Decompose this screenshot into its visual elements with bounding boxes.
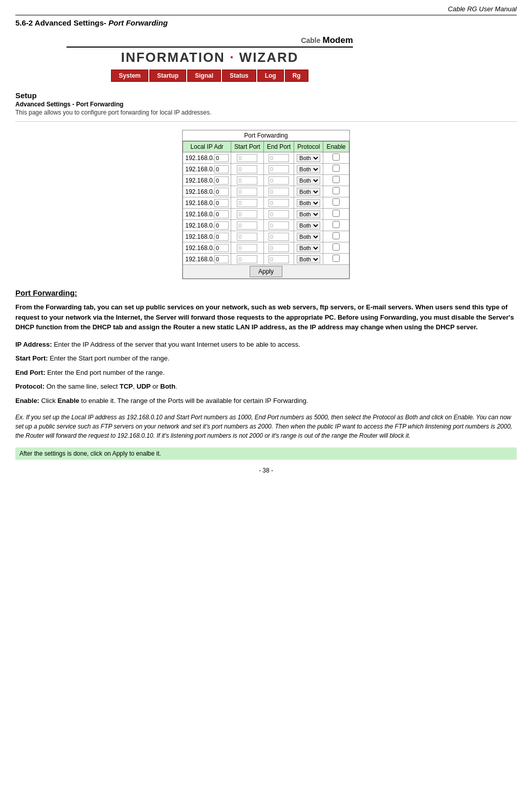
port-forwarding-heading: Port Forwarding: bbox=[15, 288, 517, 297]
ip-input-3[interactable] bbox=[214, 188, 229, 196]
port-forwarding-container: Port Forwarding Local IP Adr Start Port … bbox=[15, 130, 517, 279]
enable-checkbox-2[interactable] bbox=[332, 176, 340, 183]
main-description: From the Forwarding tab, you can set up … bbox=[15, 302, 517, 332]
enable-checkbox-8[interactable] bbox=[332, 243, 340, 251]
ip-input-9[interactable] bbox=[214, 255, 229, 263]
field-enable: Enable: Click Enable to enable it. The r… bbox=[15, 396, 517, 406]
end-port-input-7[interactable] bbox=[269, 233, 289, 241]
end-port-input-3[interactable] bbox=[269, 188, 289, 196]
protocol-select-9[interactable]: BothTCPUDP bbox=[297, 255, 320, 263]
ip-prefix-9: 192.168.0. bbox=[185, 256, 214, 263]
end-port-input-6[interactable] bbox=[269, 221, 289, 230]
enable-cell-8 bbox=[323, 242, 349, 254]
ip-input-1[interactable] bbox=[214, 165, 229, 173]
protocol-select-2[interactable]: BothTCPUDP bbox=[297, 176, 320, 185]
port-table-wrapper: Port Forwarding Local IP Adr Start Port … bbox=[182, 130, 350, 279]
ip-prefix-3: 192.168.0. bbox=[185, 188, 214, 195]
protocol-select-7[interactable]: BothTCPUDP bbox=[297, 233, 320, 241]
start-port-input-6[interactable] bbox=[237, 221, 257, 230]
enable-checkbox-0[interactable] bbox=[332, 153, 340, 161]
start-port-input-5[interactable] bbox=[237, 210, 257, 218]
enable-checkbox-7[interactable] bbox=[332, 232, 340, 239]
end-port-input-5[interactable] bbox=[269, 210, 289, 218]
protocol-select-3[interactable]: BothTCPUDP bbox=[297, 188, 320, 196]
desc-end-port: Enter the End port number of the range. bbox=[47, 369, 165, 376]
ip-cell-6: 192.168.0. bbox=[183, 220, 231, 231]
end-port-input-2[interactable] bbox=[269, 176, 289, 185]
protocol-select-0[interactable]: BothTCPUDP bbox=[297, 154, 320, 162]
ip-input-8[interactable] bbox=[214, 244, 229, 252]
ip-prefix-4: 192.168.0. bbox=[185, 199, 214, 207]
nav-signal[interactable]: Signal bbox=[187, 70, 221, 82]
ip-input-4[interactable] bbox=[214, 199, 229, 207]
protocol-select-4[interactable]: BothTCPUDP bbox=[297, 199, 320, 207]
nav-startup[interactable]: Startup bbox=[149, 70, 186, 82]
end-port-cell-0 bbox=[263, 152, 294, 164]
info-label: INFORMATION bbox=[121, 50, 225, 65]
label-enable: Enable: bbox=[15, 397, 39, 404]
ip-input-6[interactable] bbox=[214, 221, 229, 230]
enable-checkbox-3[interactable] bbox=[332, 187, 340, 194]
enable-cell-2 bbox=[323, 175, 349, 186]
end-port-input-9[interactable] bbox=[269, 255, 289, 263]
nav-rg[interactable]: Rg bbox=[285, 70, 308, 82]
enable-cell-1 bbox=[323, 164, 349, 175]
highlight-bar: After the settings is done, click on App… bbox=[15, 447, 517, 460]
protocol-select-6[interactable]: BothTCPUDP bbox=[297, 221, 320, 230]
start-port-input-8[interactable] bbox=[237, 244, 257, 252]
nav-system[interactable]: System bbox=[111, 70, 148, 82]
end-port-input-0[interactable] bbox=[269, 154, 289, 162]
enable-checkbox-5[interactable] bbox=[332, 210, 340, 217]
start-port-cell-3 bbox=[231, 186, 263, 197]
example-text: Ex. If you set up the Local IP address a… bbox=[15, 413, 517, 440]
start-port-input-9[interactable] bbox=[237, 255, 257, 263]
ip-prefix-8: 192.168.0. bbox=[185, 244, 214, 252]
ip-input-5[interactable] bbox=[214, 210, 229, 218]
start-port-cell-7 bbox=[231, 231, 263, 242]
enable-checkbox-4[interactable] bbox=[332, 198, 340, 206]
protocol-cell-9: BothTCPUDP bbox=[294, 254, 323, 265]
start-port-input-3[interactable] bbox=[237, 188, 257, 196]
apply-button[interactable]: Apply bbox=[250, 266, 282, 277]
field-ip-address: IP Address: Enter the IP Address of the … bbox=[15, 340, 517, 350]
end-port-cell-2 bbox=[263, 175, 294, 186]
desc-ip: Enter the IP Address of the server that … bbox=[54, 341, 300, 348]
end-port-input-8[interactable] bbox=[269, 244, 289, 252]
nav-status[interactable]: Status bbox=[222, 70, 256, 82]
table-row: 192.168.0.BothTCPUDP bbox=[183, 220, 349, 231]
ip-input-7[interactable] bbox=[214, 233, 229, 241]
protocol-select-8[interactable]: BothTCPUDP bbox=[297, 244, 320, 252]
start-port-input-1[interactable] bbox=[237, 165, 257, 173]
enable-checkbox-9[interactable] bbox=[332, 255, 340, 262]
ip-prefix-0: 192.168.0. bbox=[185, 154, 214, 162]
end-port-input-1[interactable] bbox=[269, 165, 289, 173]
protocol-select-5[interactable]: BothTCPUDP bbox=[297, 210, 320, 218]
desc-protocol: On the same line, select TCP, UDP or Bot… bbox=[47, 383, 178, 390]
start-port-input-4[interactable] bbox=[237, 199, 257, 207]
start-port-input-7[interactable] bbox=[237, 233, 257, 241]
enable-checkbox-6[interactable] bbox=[332, 221, 340, 228]
table-row: 192.168.0.BothTCPUDP bbox=[183, 254, 349, 265]
ip-cell-3: 192.168.0. bbox=[183, 186, 231, 197]
nav-log[interactable]: Log bbox=[257, 70, 284, 82]
ip-prefix-5: 192.168.0. bbox=[185, 211, 214, 218]
col-start-port: Start Port bbox=[231, 142, 263, 152]
enable-cell-9 bbox=[323, 254, 349, 265]
ip-prefix-1: 192.168.0. bbox=[185, 166, 214, 173]
start-port-cell-0 bbox=[231, 152, 263, 164]
protocol-cell-7: BothTCPUDP bbox=[294, 231, 323, 242]
end-port-input-4[interactable] bbox=[269, 199, 289, 207]
enable-cell-7 bbox=[323, 231, 349, 242]
apply-row: Apply bbox=[183, 265, 349, 279]
enable-checkbox-1[interactable] bbox=[332, 165, 340, 172]
label-end-port: End Port: bbox=[15, 369, 46, 376]
end-port-cell-4 bbox=[263, 197, 294, 209]
ip-input-2[interactable] bbox=[214, 176, 229, 185]
ip-input-0[interactable] bbox=[214, 154, 229, 162]
start-port-input-2[interactable] bbox=[237, 176, 257, 185]
modem-widget: Cable Modem INFORMATION · WIZARD System … bbox=[66, 35, 353, 82]
enable-cell-3 bbox=[323, 186, 349, 197]
start-port-input-0[interactable] bbox=[237, 154, 257, 162]
protocol-select-1[interactable]: BothTCPUDP bbox=[297, 165, 320, 173]
table-row: 192.168.0.BothTCPUDP bbox=[183, 186, 349, 197]
